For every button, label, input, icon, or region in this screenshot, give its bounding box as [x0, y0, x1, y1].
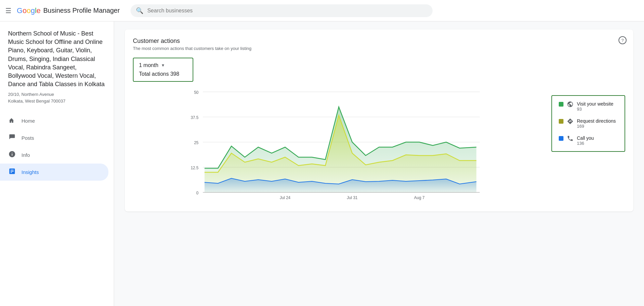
business-name: Northern School of Music - Best Music Sc… — [0, 29, 114, 91]
help-icon[interactable]: ? — [618, 36, 627, 44]
period-dropdown[interactable]: 1 month ▼ — [139, 62, 187, 68]
svg-text:Jul 31: Jul 31 — [347, 195, 357, 200]
info-icon — [8, 150, 16, 160]
google-logo: Google — [17, 6, 41, 15]
search-icon: 🔍 — [136, 7, 143, 14]
legend-value-website: 93 — [577, 107, 613, 112]
call-icon — [567, 135, 574, 143]
legend-color-call — [559, 136, 563, 141]
directions-icon — [567, 118, 574, 126]
main-content: Customer actions The most common actions… — [114, 21, 644, 306]
legend-label-directions: Request directions — [577, 118, 616, 124]
menu-icon[interactable]: ☰ — [5, 7, 11, 15]
legend-text-website: Visit your website 93 — [577, 101, 613, 112]
sidebar-item-info-label: Info — [21, 152, 30, 158]
address-line1: 20/10, Northern Avenue — [8, 91, 106, 98]
svg-text:37.5: 37.5 — [191, 115, 199, 120]
legend-label-call: Call you — [577, 135, 594, 141]
chart-container: 50 37.5 25 12.5 0 — [133, 88, 545, 203]
search-input[interactable] — [147, 8, 427, 14]
chart-wrapper: 50 37.5 25 12.5 0 — [133, 88, 625, 203]
svg-text:25: 25 — [194, 140, 199, 145]
sidebar-item-insights[interactable]: Insights — [0, 164, 108, 181]
business-address: 20/10, Northern Avenue Kolkata, West Ben… — [0, 91, 114, 112]
period-selector: 1 month ▼ Total actions 398 — [133, 58, 193, 82]
svg-text:Jul 24: Jul 24 — [280, 195, 290, 200]
dropdown-arrow-icon: ▼ — [161, 63, 165, 68]
legend-item-website: Visit your website 93 — [559, 101, 618, 112]
sidebar-item-posts-label: Posts — [21, 135, 34, 141]
customer-actions-card: Customer actions The most common actions… — [125, 29, 633, 211]
legend-value-call: 136 — [577, 141, 594, 146]
sidebar-item-home[interactable]: Home — [0, 112, 108, 129]
legend-color-directions — [559, 119, 563, 124]
card-subtitle: The most common actions that customers t… — [133, 46, 625, 51]
legend-box: Visit your website 93 Request directions… — [551, 95, 625, 152]
sidebar: Northern School of Music - Best Music Sc… — [0, 21, 114, 306]
actions-chart: 50 37.5 25 12.5 0 — [133, 88, 545, 202]
period-label: 1 month — [139, 62, 158, 68]
sidebar-item-home-label: Home — [21, 118, 35, 124]
address-line2: Kolkata, West Bengal 700037 — [8, 98, 106, 105]
legend-text-directions: Request directions 169 — [577, 118, 616, 129]
header: ☰ Google Business Profile Manager 🔍 — [0, 0, 644, 21]
website-icon — [567, 101, 574, 109]
home-icon — [8, 116, 16, 125]
legend-text-call: Call you 136 — [577, 135, 594, 146]
svg-text:12.5: 12.5 — [191, 166, 199, 170]
insights-icon — [8, 168, 16, 177]
svg-text:Aug 7: Aug 7 — [414, 195, 425, 200]
legend-item-call: Call you 136 — [559, 135, 618, 146]
card-title: Customer actions — [133, 38, 625, 45]
sidebar-item-info[interactable]: Info — [0, 146, 108, 164]
page-layout: Northern School of Music - Best Music Sc… — [0, 21, 644, 306]
svg-text:50: 50 — [194, 90, 199, 95]
total-actions: Total actions 398 — [139, 71, 187, 77]
sidebar-item-posts[interactable]: Posts — [0, 129, 108, 146]
search-bar[interactable]: 🔍 — [131, 4, 433, 17]
legend-color-website — [559, 102, 563, 107]
legend-label-website: Visit your website — [577, 101, 613, 107]
legend-item-directions: Request directions 169 — [559, 118, 618, 129]
posts-icon — [8, 133, 16, 142]
svg-text:0: 0 — [196, 191, 199, 195]
sidebar-item-insights-label: Insights — [21, 169, 39, 175]
app-title: Business Profile Manager — [43, 7, 120, 14]
legend-value-directions: 169 — [577, 124, 616, 129]
